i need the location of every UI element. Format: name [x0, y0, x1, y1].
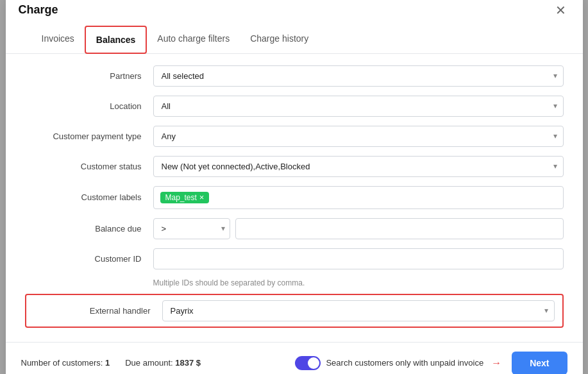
next-arrow-icon: →: [491, 357, 501, 369]
customer-payment-type-select-wrapper: Any ▾: [153, 126, 564, 147]
footer-left: Number of customers: 1 Due amount: 1837 …: [21, 358, 201, 368]
location-label: Location: [25, 101, 153, 111]
location-row: Location All ▾: [25, 96, 564, 117]
toggle-label: Search customers only with unpaid invoic…: [295, 356, 483, 370]
balance-due-label: Balance due: [25, 224, 153, 234]
next-button[interactable]: Next: [512, 352, 567, 375]
balance-due-controls: > < = ▾: [153, 218, 564, 239]
balance-operator-select[interactable]: > < =: [153, 218, 230, 239]
customer-id-input[interactable]: [153, 248, 564, 269]
partners-row: Partners All selected ▾: [25, 65, 564, 87]
location-select-wrapper: All ▾: [153, 96, 564, 117]
map-test-tag: Map_test ×: [160, 192, 210, 203]
customer-labels-box[interactable]: Map_test ×: [153, 186, 564, 209]
num-customers-label: Number of customers:: [21, 358, 103, 368]
num-customers-text: Number of customers: 1: [21, 358, 110, 368]
hint-spacer: [25, 278, 153, 287]
modal-body: Partners All selected ▾ Location All ▾: [6, 54, 583, 334]
balance-operator-wrapper: > < = ▾: [153, 218, 230, 239]
partners-label: Partners: [25, 71, 153, 81]
tag-label: Map_test: [165, 193, 197, 202]
tab-invoices[interactable]: Invoices: [31, 26, 85, 53]
modal-title: Charge: [19, 3, 58, 17]
partners-select[interactable]: All selected: [153, 65, 564, 87]
customer-payment-type-row: Customer payment type Any ▾: [25, 126, 564, 147]
external-handler-label: External handler: [34, 306, 162, 316]
modal-header: Charge ✕ Invoices Balances Auto charge f…: [6, 0, 583, 54]
external-handler-select-wrapper: Payrix ▾: [162, 300, 555, 321]
close-button[interactable]: ✕: [551, 1, 570, 19]
external-handler-select[interactable]: Payrix: [162, 300, 555, 321]
customer-labels-row: Customer labels Map_test ×: [25, 186, 564, 209]
customer-status-label: Customer status: [25, 162, 153, 171]
due-amount-label: Due amount:: [125, 358, 172, 368]
modal-overlay: Charge ✕ Invoices Balances Auto charge f…: [0, 0, 588, 374]
customer-id-hint-row: Multiple IDs should be separated by comm…: [25, 278, 564, 287]
customer-labels-label: Customer labels: [25, 192, 153, 202]
balance-due-input[interactable]: [235, 218, 564, 239]
num-customers-value: 1: [105, 358, 110, 368]
tab-balances[interactable]: Balances: [85, 26, 147, 54]
customer-status-row: Customer status New (Not yet connected),…: [25, 156, 564, 177]
unpaid-invoice-toggle[interactable]: [295, 356, 321, 370]
customer-id-row: Customer ID: [25, 248, 564, 269]
modal: Charge ✕ Invoices Balances Auto charge f…: [6, 0, 583, 374]
customer-status-select[interactable]: New (Not yet connected),Active,Blocked: [153, 156, 564, 177]
modal-footer: Number of customers: 1 Due amount: 1837 …: [6, 343, 583, 375]
customer-payment-type-select[interactable]: Any: [153, 126, 564, 147]
customer-id-hint: Multiple IDs should be separated by comm…: [153, 278, 305, 287]
external-handler-row: External handler Payrix ▾: [25, 294, 564, 328]
tab-charge-history[interactable]: Charge history: [240, 26, 319, 53]
customer-payment-type-label: Customer payment type: [25, 132, 153, 141]
customer-id-label: Customer ID: [25, 254, 153, 264]
tab-auto-charge-filters[interactable]: Auto charge filters: [147, 26, 240, 53]
customer-status-select-wrapper: New (Not yet connected),Active,Blocked ▾: [153, 156, 564, 177]
tag-close-icon[interactable]: ×: [199, 193, 205, 201]
balance-due-row: Balance due > < = ▾: [25, 218, 564, 239]
location-select[interactable]: All: [153, 96, 564, 117]
toggle-text: Search customers only with unpaid invoic…: [326, 358, 483, 368]
partners-select-wrapper: All selected ▾: [153, 65, 564, 87]
tabs-container: Invoices Balances Auto charge filters Ch…: [19, 26, 570, 53]
footer-right: Search customers only with unpaid invoic…: [295, 352, 567, 375]
due-amount-text: Due amount: 1837 $: [125, 358, 201, 368]
due-amount-value: 1837 $: [175, 358, 201, 368]
